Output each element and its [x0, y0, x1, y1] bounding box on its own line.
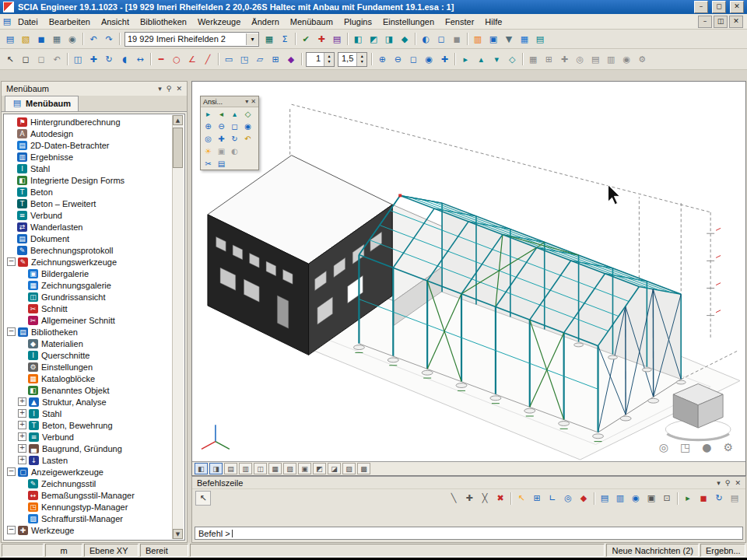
clipping-box-icon[interactable]: ◳ — [237, 52, 252, 67]
zoom-window-icon[interactable]: ◻ — [228, 120, 241, 132]
tree-item-beton-bewehrung[interactable]: +TBeton, Bewehrung — [5, 419, 173, 431]
workplane-icon[interactable]: ▱ — [252, 52, 268, 67]
view-settings-icon[interactable]: ⚙ — [634, 52, 650, 67]
view-x-icon[interactable]: ▸ — [202, 107, 215, 120]
tree-item-beton-erweitert[interactable]: TBeton – Erweitert — [5, 198, 173, 209]
tree-item-schraffurstil-manager[interactable]: ▨Schraffurstil-Manager — [5, 513, 173, 524]
tree-item-verbund[interactable]: ≡Verbund — [5, 209, 173, 221]
snap-mode-icon[interactable]: ◆ — [283, 52, 299, 67]
deselect-icon[interactable]: ◻ — [33, 52, 49, 67]
copy-icon[interactable]: ◫ — [70, 52, 86, 67]
menu-einstellungen[interactable]: Einstellungen — [377, 16, 440, 28]
coords-relative-icon[interactable]: ▥ — [612, 491, 628, 506]
grid-snap-icon[interactable]: ⊞ — [529, 491, 545, 506]
close-icon[interactable]: ✕ — [735, 479, 741, 487]
select-box-icon[interactable]: ◻ — [18, 52, 33, 67]
coord-info-icon[interactable]: ◎ — [572, 52, 587, 67]
zoom-out-icon[interactable]: ⊖ — [390, 52, 405, 67]
tree-item-zeichnungsstil[interactable]: ✎Zeichnungsstil — [5, 478, 173, 489]
rotate-view-icon[interactable]: ↻ — [228, 132, 241, 145]
scroll-down-icon[interactable]: ▼ — [173, 529, 183, 539]
tree-item-werkzeuge[interactable]: −✚Werkzeuge — [5, 524, 173, 536]
view-axo-icon[interactable]: ◆ — [397, 32, 412, 47]
snap-off-icon[interactable]: ✖ — [493, 491, 508, 506]
check-structure-icon[interactable]: ✔ — [298, 32, 314, 47]
layout-tab-6[interactable]: ▦ — [268, 463, 282, 474]
open-project-icon[interactable]: ▧ — [18, 32, 33, 47]
zoom-selection-icon[interactable]: ◎ — [202, 132, 215, 145]
tab-menubaum[interactable]: ▤ Menübaum — [5, 96, 79, 111]
zoom-border-icon[interactable]: ◎ — [659, 441, 668, 453]
layout-tab-3[interactable]: ▤ — [224, 463, 237, 474]
render-mode-icon[interactable]: ◐ — [418, 32, 433, 47]
line-grid-icon[interactable]: ⊞ — [541, 52, 556, 67]
snap-intersection-icon[interactable]: ╳ — [477, 491, 493, 506]
menu-werkzeuge[interactable]: Werkzeuge — [192, 16, 246, 28]
view-y-icon[interactable]: ◂ — [215, 107, 228, 120]
layout-tab-9[interactable]: ◩ — [313, 463, 326, 474]
tracking-icon[interactable]: ◎ — [560, 491, 576, 506]
tree-item-katalogblöcke[interactable]: ▦Katalogblöcke — [5, 373, 173, 384]
collapse-box-icon[interactable]: − — [7, 327, 16, 336]
project-combo[interactable]: 19 929 Imeri Rheifelden 2 ▾ — [124, 32, 259, 47]
zoom-out-icon[interactable]: ⊖ — [215, 120, 228, 132]
viewport-settings-icon[interactable]: ⚙ — [723, 441, 733, 453]
print-preview-icon[interactable]: ◉ — [65, 32, 80, 47]
close-button[interactable]: ✕ — [730, 1, 744, 13]
view-side-icon[interactable]: ◨ — [381, 32, 397, 47]
undo-icon[interactable]: ↶ — [86, 32, 101, 47]
polyline-icon[interactable]: ╱ — [200, 52, 216, 67]
pan-icon[interactable]: ✚ — [215, 132, 228, 145]
snap-endpoint-icon[interactable]: ╲ — [446, 491, 461, 506]
layout-tab-10[interactable]: ◪ — [328, 463, 341, 474]
expand-box-icon[interactable]: + — [18, 397, 26, 406]
menu-bibliotheken[interactable]: Bibliotheken — [135, 16, 192, 28]
previous-selection-icon[interactable]: ↶ — [49, 52, 65, 67]
zoom-in-icon[interactable]: ⊕ — [202, 120, 215, 132]
scrollbar-thumb[interactable] — [173, 128, 183, 168]
redo-icon[interactable]: ↷ — [101, 32, 117, 47]
view-z-icon[interactable]: ▴ — [228, 107, 241, 120]
view-front-icon[interactable]: ◧ — [350, 32, 366, 47]
filter-icon[interactable]: ▼ — [501, 32, 517, 47]
expand-box-icon[interactable]: + — [18, 444, 26, 453]
structure-scale-spinner[interactable]: 1▴▾ — [306, 52, 335, 67]
tree-item-ergebnisse[interactable]: ▥Ergebnisse — [5, 151, 173, 163]
chevron-down-icon[interactable]: ▾ — [717, 479, 721, 487]
status-plane[interactable]: Ebene XY — [84, 544, 139, 557]
tree-item-materialien[interactable]: ◆Materialien — [5, 338, 173, 349]
polar-coords-icon[interactable]: ◉ — [628, 491, 644, 506]
collapse-box-icon[interactable]: − — [7, 467, 16, 476]
menu-menübaum[interactable]: Menübaum — [285, 16, 338, 28]
expand-box-icon[interactable]: + — [18, 456, 26, 464]
tree-item-allgemeiner-schnitt[interactable]: ✂Allgemeiner Schnitt — [5, 314, 173, 326]
tree-item-bildergalerie[interactable]: ▣Bildergalerie — [5, 268, 173, 279]
layers-icon[interactable]: ▥ — [470, 32, 486, 47]
previous-view-icon[interactable]: ↶ — [241, 132, 254, 145]
shadow-icon[interactable]: ◐ — [228, 145, 241, 157]
zoom-in-icon[interactable]: ⊕ — [374, 52, 390, 67]
tree-item-dokument[interactable]: ▤Dokument — [5, 233, 173, 244]
save-icon[interactable]: ◼ — [33, 32, 49, 47]
tree-item-anzeigewerkzeuge[interactable]: −▢Anzeigewerkzeuge — [5, 466, 173, 478]
light-icon[interactable]: ☀ — [202, 145, 215, 157]
tree-item-beton[interactable]: TBeton — [5, 186, 173, 198]
shading-icon[interactable]: ◼ — [449, 32, 465, 47]
angle-icon[interactable]: ∠ — [184, 52, 200, 67]
tree-item-berechnungsprotokoll[interactable]: ✎Berechnungsprotokoll — [5, 244, 173, 256]
calculation-icon[interactable]: Σ — [277, 32, 293, 47]
chevron-down-icon[interactable]: ▾ — [158, 85, 162, 93]
menu-hilfe[interactable]: Hilfe — [479, 16, 507, 28]
select-icon[interactable]: ↖ — [2, 52, 18, 67]
pin-icon[interactable]: ⚲ — [167, 85, 172, 93]
close-icon[interactable]: ✕ — [251, 98, 256, 105]
cursor-select-icon[interactable]: ↖ — [514, 491, 529, 506]
expand-box-icon[interactable]: + — [18, 409, 26, 418]
clipping-icon[interactable]: ✂ — [202, 157, 215, 170]
expand-box-icon[interactable]: + — [18, 421, 26, 429]
tree-item-kennungstyp-manager[interactable]: ◳Kennungstyp-Manager — [5, 501, 173, 513]
print-icon[interactable]: ▦ — [49, 32, 65, 47]
model-canvas[interactable]: Ansi... ▾ ✕ ▸◂▴◇ ⊕⊖◻◉ ◎✚↻↶ ☀▣◐ ✂▤ ◎◳●⚙ — [192, 82, 745, 461]
ucs-icon[interactable]: ✚ — [556, 52, 572, 67]
tree-item-autodesign[interactable]: AAutodesign — [5, 128, 173, 139]
